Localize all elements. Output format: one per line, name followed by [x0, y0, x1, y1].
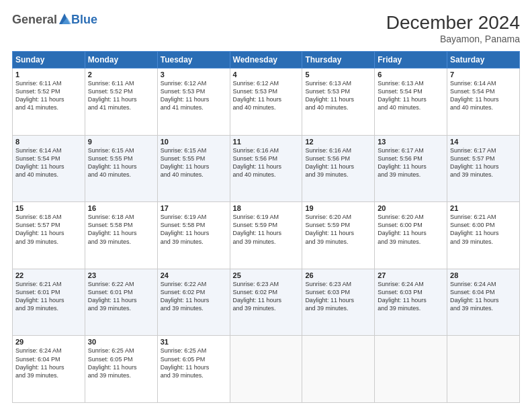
cell-text-line: and 39 minutes.	[305, 238, 371, 246]
day-number: 14	[450, 138, 517, 146]
main-title: December 2024	[386, 12, 520, 34]
cell-text-line: Sunset: 6:01 PM	[15, 288, 82, 296]
calendar-row-2: 15Sunrise: 6:18 AMSunset: 5:57 PMDayligh…	[13, 202, 520, 269]
calendar-header-saturday: Saturday	[447, 52, 520, 68]
calendar-row-0: 1Sunrise: 6:11 AMSunset: 5:52 PMDaylight…	[13, 68, 520, 136]
cell-text-line: Sunset: 5:56 PM	[378, 154, 444, 163]
cell-text-line: Sunrise: 6:23 AM	[305, 280, 371, 288]
cell-text-line: Sunset: 5:55 PM	[88, 154, 154, 163]
day-number: 10	[161, 138, 227, 146]
day-number: 22	[15, 271, 82, 279]
calendar-cell: 19Sunrise: 6:20 AMSunset: 5:59 PMDayligh…	[302, 202, 375, 269]
calendar-cell	[375, 336, 447, 403]
cell-text-line: Sunset: 5:54 PM	[378, 87, 444, 95]
cell-text-line: Daylight: 11 hours	[450, 296, 517, 304]
cell-text-line: and 39 minutes.	[378, 171, 444, 179]
cell-text-line: and 39 minutes.	[450, 304, 517, 312]
cell-text-line: Sunset: 5:53 PM	[305, 87, 371, 95]
cell-text-line: and 39 minutes.	[88, 304, 154, 312]
calendar-header-sunday: Sunday	[13, 52, 85, 68]
cell-text-line: Sunset: 6:00 PM	[378, 221, 444, 229]
calendar-header-thursday: Thursday	[302, 52, 375, 68]
calendar-table: SundayMondayTuesdayWednesdayThursdayFrid…	[12, 51, 520, 403]
cell-text-line: Daylight: 11 hours	[305, 163, 371, 171]
calendar-cell: 23Sunrise: 6:22 AMSunset: 6:01 PMDayligh…	[85, 269, 157, 336]
header: General Blue December 2024 Bayamon, Pana…	[12, 12, 520, 44]
cell-text-line: Sunrise: 6:16 AM	[233, 146, 300, 154]
cell-text-line: Daylight: 11 hours	[305, 229, 371, 237]
cell-text-line: Sunset: 5:57 PM	[15, 221, 82, 229]
calendar-cell: 4Sunrise: 6:12 AMSunset: 5:53 PMDaylight…	[230, 68, 302, 136]
cell-text-line: Daylight: 11 hours	[88, 163, 154, 171]
calendar-cell: 2Sunrise: 6:11 AMSunset: 5:52 PMDaylight…	[85, 68, 157, 136]
cell-text-line: and 39 minutes.	[161, 371, 227, 379]
day-number: 28	[450, 271, 517, 279]
cell-text-line: Daylight: 11 hours	[233, 163, 300, 171]
cell-text-line: Sunset: 5:53 PM	[233, 87, 300, 95]
cell-text-line: Sunrise: 6:21 AM	[450, 213, 517, 221]
cell-text-line: Daylight: 11 hours	[88, 363, 154, 371]
cell-text-line: Daylight: 11 hours	[161, 95, 227, 103]
cell-text-line: Sunrise: 6:21 AM	[15, 280, 82, 288]
cell-text-line: Daylight: 11 hours	[15, 95, 82, 103]
day-number: 20	[378, 204, 444, 212]
day-number: 11	[233, 138, 300, 146]
calendar-cell: 15Sunrise: 6:18 AMSunset: 5:57 PMDayligh…	[13, 202, 85, 269]
cell-text-line: Daylight: 11 hours	[233, 296, 300, 304]
calendar-cell: 24Sunrise: 6:22 AMSunset: 6:02 PMDayligh…	[157, 269, 230, 336]
cell-text-line: and 39 minutes.	[15, 304, 82, 312]
calendar-cell: 26Sunrise: 6:23 AMSunset: 6:03 PMDayligh…	[302, 269, 375, 336]
calendar-cell: 16Sunrise: 6:18 AMSunset: 5:58 PMDayligh…	[85, 202, 157, 269]
cell-text-line: Daylight: 11 hours	[233, 95, 300, 103]
calendar-row-4: 29Sunrise: 6:24 AMSunset: 6:04 PMDayligh…	[13, 336, 520, 403]
cell-text-line: Sunrise: 6:11 AM	[88, 79, 154, 87]
cell-text-line: and 40 minutes.	[161, 171, 227, 179]
cell-text-line: Sunset: 5:54 PM	[15, 154, 82, 163]
calendar-cell: 9Sunrise: 6:15 AMSunset: 5:55 PMDaylight…	[85, 135, 157, 202]
calendar-cell: 7Sunrise: 6:14 AMSunset: 5:54 PMDaylight…	[447, 68, 520, 136]
day-number: 24	[161, 271, 227, 279]
cell-text-line: Sunrise: 6:15 AM	[88, 146, 154, 154]
cell-text-line: Sunset: 6:05 PM	[88, 355, 154, 363]
cell-text-line: Sunrise: 6:24 AM	[378, 280, 444, 288]
cell-text-line: Sunrise: 6:16 AM	[305, 146, 371, 154]
cell-text-line: Sunset: 5:58 PM	[161, 221, 227, 229]
cell-text-line: Sunrise: 6:11 AM	[15, 79, 82, 87]
cell-text-line: Sunrise: 6:23 AM	[233, 280, 300, 288]
calendar-cell	[447, 336, 520, 403]
cell-text-line: Sunrise: 6:14 AM	[450, 79, 517, 87]
day-number: 17	[161, 204, 227, 212]
day-number: 5	[305, 71, 371, 79]
cell-text-line: Sunset: 6:00 PM	[450, 221, 517, 229]
cell-text-line: Sunrise: 6:18 AM	[15, 213, 82, 221]
calendar-cell: 18Sunrise: 6:19 AMSunset: 5:59 PMDayligh…	[230, 202, 302, 269]
cell-text-line: Sunrise: 6:19 AM	[161, 213, 227, 221]
day-number: 3	[161, 71, 227, 79]
cell-text-line: Daylight: 11 hours	[161, 163, 227, 171]
cell-text-line: and 40 minutes.	[88, 171, 154, 179]
cell-text-line: and 39 minutes.	[233, 304, 300, 312]
cell-text-line: Daylight: 11 hours	[88, 229, 154, 237]
calendar-header-monday: Monday	[85, 52, 157, 68]
cell-text-line: Sunset: 6:02 PM	[161, 288, 227, 296]
cell-text-line: Daylight: 11 hours	[233, 229, 300, 237]
cell-text-line: and 40 minutes.	[305, 103, 371, 111]
calendar-cell: 28Sunrise: 6:24 AMSunset: 6:04 PMDayligh…	[447, 269, 520, 336]
logo-blue: Blue	[71, 13, 97, 27]
cell-text-line: and 40 minutes.	[15, 171, 82, 179]
cell-text-line: Daylight: 11 hours	[450, 95, 517, 103]
cell-text-line: Sunrise: 6:12 AM	[161, 79, 227, 87]
cell-text-line: Daylight: 11 hours	[450, 229, 517, 237]
cell-text-line: and 39 minutes.	[305, 304, 371, 312]
cell-text-line: Sunrise: 6:19 AM	[233, 213, 300, 221]
cell-text-line: Daylight: 11 hours	[88, 296, 154, 304]
day-number: 7	[450, 71, 517, 79]
cell-text-line: Daylight: 11 hours	[15, 296, 82, 304]
calendar-cell: 27Sunrise: 6:24 AMSunset: 6:03 PMDayligh…	[375, 269, 447, 336]
cell-text-line: Sunset: 5:52 PM	[15, 87, 82, 95]
calendar-cell: 21Sunrise: 6:21 AMSunset: 6:00 PMDayligh…	[447, 202, 520, 269]
cell-text-line: Sunset: 6:03 PM	[378, 288, 444, 296]
cell-text-line: Sunrise: 6:13 AM	[305, 79, 371, 87]
cell-text-line: Daylight: 11 hours	[305, 95, 371, 103]
day-number: 25	[233, 271, 300, 279]
